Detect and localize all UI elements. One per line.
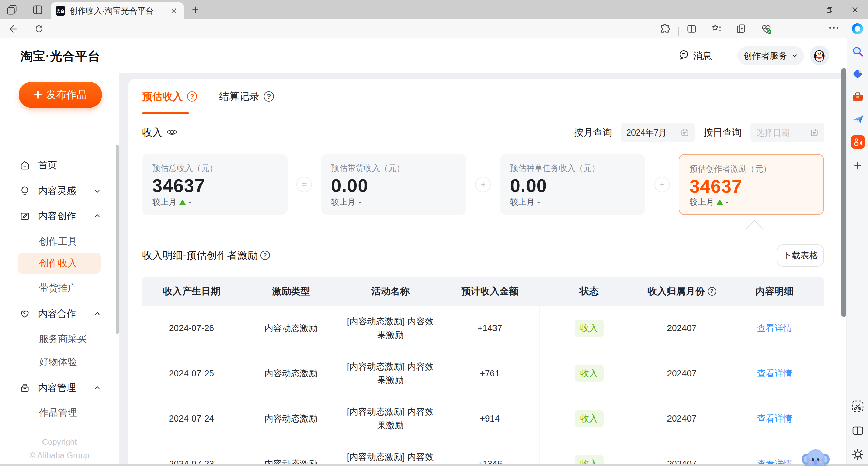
messages-label: 消息 bbox=[693, 50, 712, 62]
back-icon[interactable] bbox=[6, 22, 19, 35]
date-filters: 按月查询 2024年7月 按日查询 选择日期 bbox=[574, 123, 824, 142]
sidebar-item-creation[interactable]: 内容创作 bbox=[0, 205, 119, 227]
paper-plane-icon[interactable] bbox=[851, 113, 865, 126]
minimize-button[interactable] bbox=[791, 0, 816, 19]
sidebar-item-service-purchase[interactable]: 服务商采买 bbox=[0, 328, 119, 350]
message-icon bbox=[678, 49, 690, 63]
col-content-detail: 内容明细 bbox=[725, 277, 824, 306]
help-icon[interactable]: ? bbox=[708, 287, 716, 296]
creator-service-menu[interactable]: 创作者服务 bbox=[737, 46, 804, 65]
restore-button[interactable] bbox=[816, 0, 842, 19]
eye-icon[interactable] bbox=[167, 127, 177, 138]
download-table-button[interactable]: 下载表格 bbox=[777, 244, 824, 267]
sidebar-item-cooperation[interactable]: 内容合作 bbox=[0, 303, 119, 325]
chevron-up-icon bbox=[92, 383, 102, 393]
browser-tab[interactable]: 光合 创作收入·淘宝光合平台 bbox=[51, 2, 184, 19]
month-query-label: 按月查询 bbox=[574, 126, 612, 139]
col-incentive-type: 激励类型 bbox=[241, 277, 341, 306]
site-logo[interactable]: 淘宝·光合平台 bbox=[20, 48, 100, 65]
sidebar-item-creation-tools[interactable]: 创作工具 bbox=[0, 231, 119, 252]
stat-cards-row: 预估总收入（元） 34637 较上月- = 预估带货收入（元） 0.00 较上月… bbox=[142, 154, 824, 215]
status-badge: 收入 bbox=[575, 410, 604, 427]
add-sidebar-item-icon[interactable]: + bbox=[851, 159, 865, 173]
tab-title: 创作收入·淘宝光合平台 bbox=[69, 5, 164, 16]
day-picker-input[interactable]: 选择日期 bbox=[750, 123, 824, 142]
sidebar-item-creation-income[interactable]: 创作收入 bbox=[18, 253, 101, 274]
split-screen-icon[interactable] bbox=[685, 22, 698, 35]
browser-titlebar: 光合 创作收入·淘宝光合平台 + bbox=[0, 0, 868, 19]
help-icon[interactable]: ? bbox=[260, 251, 270, 260]
col-activity-name: 活动名称 bbox=[341, 277, 440, 306]
customer-service-label: 客服 bbox=[801, 465, 830, 466]
extensions-icon[interactable] bbox=[659, 22, 672, 35]
customer-service-button[interactable]: 客服 bbox=[801, 446, 831, 466]
help-icon[interactable]: ? bbox=[264, 91, 274, 102]
income-panel: 预估收入 ? 结算记录 ? 收入 bbox=[128, 79, 846, 464]
view-details-link[interactable]: 查看详情 bbox=[757, 368, 792, 379]
close-button[interactable] bbox=[842, 0, 868, 19]
col-status: 状态 bbox=[540, 277, 639, 306]
stat-card-task-income[interactable]: 预估种草任务收入（元） 0.00 较上月- bbox=[500, 154, 645, 215]
site-header: 淘宝·光合平台 消息 创作者服务 bbox=[0, 38, 847, 73]
heart-hands-icon bbox=[19, 308, 31, 320]
sidebar-item-work-management[interactable]: 作品管理 bbox=[0, 402, 119, 423]
status-badge: 收入 bbox=[575, 365, 604, 382]
chevron-up-icon bbox=[92, 211, 102, 221]
copilot-icon[interactable] bbox=[851, 22, 864, 35]
search-icon[interactable] bbox=[851, 45, 865, 58]
table-header: 收入产生日期 激励类型 活动名称 预计收入金额 状态 收入归属月份 ? 内容明细 bbox=[142, 277, 824, 306]
view-details-link[interactable]: 查看详情 bbox=[757, 413, 792, 425]
settings-more-icon[interactable] bbox=[829, 27, 838, 29]
sidebar-item-home[interactable]: 首页 bbox=[0, 155, 119, 176]
screenshot-icon[interactable] bbox=[851, 399, 865, 413]
workspaces-icon[interactable] bbox=[5, 3, 18, 16]
day-query-label: 按日查询 bbox=[704, 126, 742, 139]
view-details-link[interactable]: 查看详情 bbox=[757, 322, 792, 334]
browser-toolbar: https://creator.guanghe.taobao.com/page/… bbox=[0, 19, 868, 38]
month-picker-input[interactable]: 2024年7月 bbox=[621, 123, 695, 142]
edge-sidebar: + bbox=[847, 38, 868, 464]
sidebar-divider bbox=[7, 426, 111, 426]
window-controls bbox=[791, 0, 868, 19]
tab-estimated-income[interactable]: 预估收入 ? bbox=[142, 90, 197, 104]
messages-button[interactable]: 消息 bbox=[678, 49, 712, 63]
stat-card-total-income[interactable]: 预估总收入（元） 34637 较上月- bbox=[142, 154, 288, 215]
detail-header-row: 收入明细-预估创作者激励 ? 下载表格 bbox=[142, 244, 824, 267]
collections-icon[interactable] bbox=[735, 22, 748, 35]
tab-actions-icon[interactable] bbox=[31, 3, 44, 16]
toolbar-divider bbox=[678, 27, 679, 36]
publish-work-button[interactable]: 发布作品 bbox=[19, 82, 102, 108]
user-avatar[interactable] bbox=[810, 46, 829, 65]
sidebar-item-product-trial[interactable]: 好物体验 bbox=[0, 352, 119, 373]
rail-divider bbox=[852, 417, 863, 417]
lightbulb-icon bbox=[19, 185, 31, 197]
stat-card-sales-income[interactable]: 预估带货收入（元） 0.00 较上月- bbox=[321, 154, 466, 215]
view-details-link[interactable]: 查看详情 bbox=[757, 458, 792, 464]
publish-work-label: 发布作品 bbox=[46, 88, 87, 102]
sidebar-scrollbar[interactable] bbox=[116, 145, 119, 334]
sidebar-item-inspiration[interactable]: 内容灵感 bbox=[0, 180, 119, 202]
browser-essentials-icon[interactable] bbox=[760, 22, 773, 35]
equals-operator: = bbox=[296, 177, 312, 192]
kuaishou-icon[interactable] bbox=[851, 135, 865, 149]
sidebar-item-promotion[interactable]: 带货推广 bbox=[0, 277, 119, 299]
calendar-icon bbox=[810, 128, 819, 137]
split-window-icon[interactable] bbox=[851, 424, 865, 437]
status-badge: 收入 bbox=[575, 455, 604, 464]
filter-row: 收入 按月查询 2024年7月 按日查询 选择日期 bbox=[142, 123, 824, 142]
tab-close-icon[interactable] bbox=[169, 6, 179, 16]
copyright-text: Copyright © Alibaba Group bbox=[0, 435, 119, 462]
page-scrollbar[interactable] bbox=[841, 68, 846, 317]
favorites-list-icon[interactable] bbox=[710, 22, 723, 35]
settings-gear-icon[interactable] bbox=[851, 448, 865, 461]
toolbox-icon[interactable] bbox=[851, 90, 865, 104]
tab-settlement-records[interactable]: 结算记录 ? bbox=[219, 90, 274, 104]
help-icon[interactable]: ? bbox=[187, 91, 197, 102]
chevron-down-icon bbox=[92, 186, 102, 196]
stat-card-creator-incentive[interactable]: 预估创作者激励（元） 34637 较上月- bbox=[679, 154, 824, 215]
refresh-icon[interactable] bbox=[33, 22, 46, 35]
active-tab-underline bbox=[142, 112, 189, 114]
sidebar-item-management[interactable]: 内容管理 bbox=[0, 377, 119, 399]
new-tab-button[interactable]: + bbox=[189, 3, 202, 16]
shopping-tag-icon[interactable] bbox=[851, 67, 865, 81]
